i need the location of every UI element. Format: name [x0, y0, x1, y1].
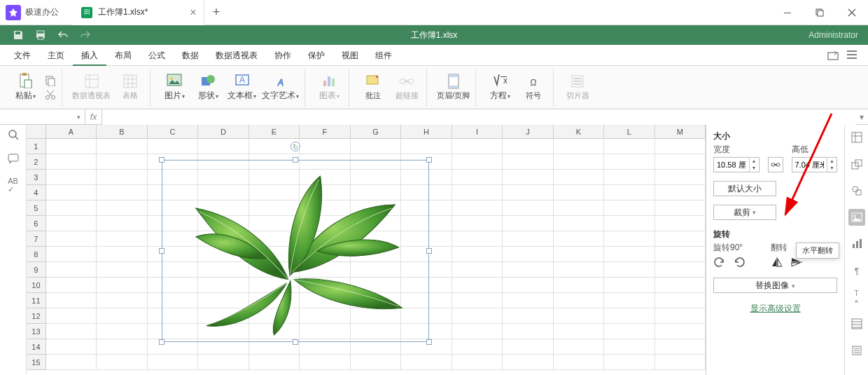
cell[interactable] [554, 200, 604, 216]
paste-button[interactable]: 粘贴▾ [11, 70, 39, 105]
table-panel-icon[interactable] [848, 129, 865, 146]
col-header[interactable]: I [452, 125, 503, 138]
cell[interactable] [452, 262, 503, 278]
cell[interactable] [655, 154, 706, 170]
cell[interactable] [655, 339, 706, 355]
cell[interactable] [655, 278, 706, 293]
col-header[interactable]: L [604, 125, 654, 138]
cell[interactable] [503, 278, 553, 293]
cell[interactable] [655, 355, 706, 370]
advanced-settings-link[interactable]: 显示高级设置 [713, 303, 837, 315]
cell[interactable] [604, 154, 654, 170]
row-header[interactable]: 11 [27, 293, 46, 308]
cell[interactable] [46, 139, 97, 154]
cell[interactable] [452, 324, 503, 339]
cell[interactable] [503, 355, 553, 370]
row-header[interactable]: 3 [27, 170, 46, 185]
cell[interactable] [249, 355, 300, 370]
cell[interactable] [554, 278, 604, 293]
cell[interactable] [46, 262, 97, 278]
rotate-handle-icon[interactable]: ↻ [290, 142, 300, 151]
resize-handle[interactable] [293, 339, 298, 345]
row-header[interactable]: 2 [27, 154, 46, 170]
cell[interactable] [554, 339, 604, 355]
resize-handle[interactable] [159, 248, 164, 254]
cell[interactable] [46, 339, 97, 355]
wordart-button[interactable]: A文字艺术▾ [262, 70, 299, 105]
cell[interactable] [401, 355, 451, 370]
print-icon[interactable] [31, 27, 50, 43]
fx-icon[interactable]: fx [85, 109, 102, 125]
cell[interactable] [452, 216, 503, 231]
new-tab-button[interactable]: + [213, 5, 220, 20]
cell[interactable] [655, 170, 706, 185]
col-header[interactable]: C [148, 125, 198, 138]
pivot-button[interactable]: 数据透视表 [72, 70, 111, 105]
open-location-icon[interactable] [827, 50, 839, 60]
resize-handle[interactable] [426, 248, 432, 254]
width-input[interactable]: ▲▼ [713, 157, 760, 172]
cell[interactable] [46, 231, 97, 247]
col-header[interactable]: J [503, 125, 553, 138]
maximize-button[interactable] [804, 0, 836, 25]
lock-aspect-icon[interactable] [768, 157, 783, 172]
cell[interactable] [46, 308, 97, 324]
cell[interactable] [604, 278, 654, 293]
cell[interactable] [46, 293, 97, 308]
cell[interactable] [604, 355, 654, 370]
cell[interactable] [604, 200, 654, 216]
cell[interactable] [148, 355, 198, 370]
resize-handle[interactable] [293, 157, 298, 163]
menu-file[interactable]: 文件 [6, 45, 39, 66]
equation-button[interactable]: x方程▾ [486, 70, 514, 105]
cell[interactable] [554, 262, 604, 278]
menu-pivot[interactable]: 数据透视表 [207, 45, 266, 66]
header-footer-button[interactable]: 页眉/页脚 [437, 70, 470, 105]
cell[interactable] [503, 216, 553, 231]
cell[interactable] [554, 308, 604, 324]
cell[interactable] [604, 308, 654, 324]
col-header[interactable]: F [300, 125, 350, 138]
cell[interactable] [97, 185, 147, 200]
resize-handle[interactable] [159, 157, 164, 163]
menu-data[interactable]: 数据 [174, 45, 207, 66]
cell[interactable] [604, 170, 654, 185]
cell[interactable] [503, 324, 553, 339]
cell[interactable] [452, 200, 503, 216]
close-window-button[interactable] [836, 0, 868, 25]
cell[interactable] [452, 293, 503, 308]
resize-handle[interactable] [426, 339, 432, 345]
cell[interactable] [97, 262, 147, 278]
cell[interactable] [97, 324, 147, 339]
cell[interactable] [97, 170, 147, 185]
copy-icon[interactable] [45, 75, 56, 86]
cell[interactable] [655, 324, 706, 339]
hyperlink-button[interactable]: 超链接 [393, 70, 421, 105]
cell[interactable] [554, 293, 604, 308]
comment-button[interactable]: 批注 [359, 70, 387, 105]
cell[interactable] [97, 293, 147, 308]
cell[interactable] [452, 308, 503, 324]
cell[interactable] [503, 262, 553, 278]
cell[interactable] [452, 154, 503, 170]
resize-handle[interactable] [159, 339, 164, 345]
cell[interactable] [503, 231, 553, 247]
cell[interactable] [554, 231, 604, 247]
cell[interactable] [503, 185, 553, 200]
cell[interactable] [503, 293, 553, 308]
cell[interactable] [554, 139, 604, 154]
row-header[interactable]: 1 [27, 139, 46, 154]
cell[interactable] [97, 308, 147, 324]
row-header[interactable]: 14 [27, 339, 46, 355]
cell[interactable] [46, 324, 97, 339]
comments-icon[interactable] [8, 153, 19, 164]
row-header[interactable]: 7 [27, 231, 46, 247]
cell[interactable] [452, 355, 503, 370]
cut-icon[interactable] [45, 89, 56, 100]
cell[interactable] [604, 262, 654, 278]
symbol-button[interactable]: Ω符号 [519, 70, 547, 105]
row-header[interactable]: 8 [27, 247, 46, 262]
image-button[interactable]: 图片▾ [160, 70, 188, 105]
shape-button[interactable]: 形状▾ [194, 70, 222, 105]
col-header[interactable]: D [198, 125, 248, 138]
